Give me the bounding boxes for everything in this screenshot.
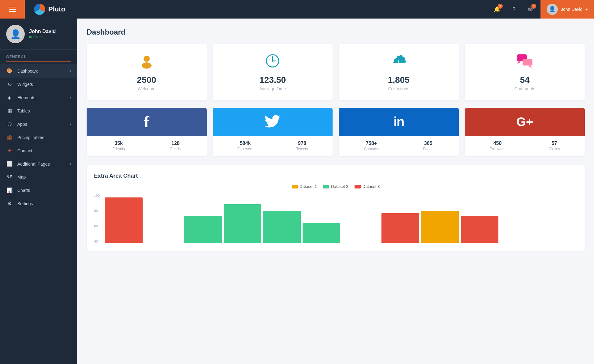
feeds-value: 128 <box>170 141 181 146</box>
status-dot-icon <box>29 36 32 38</box>
followers-value: 584k <box>237 141 253 146</box>
welcome-value: 2500 <box>137 75 156 85</box>
sidebar-profile: 👤 John David Online <box>0 19 77 50</box>
hamburger-icon <box>9 7 16 12</box>
legend-color-1 <box>292 185 298 188</box>
user-name: John David <box>561 7 583 12</box>
chart-bar <box>421 211 459 243</box>
gplus-followers-label: Followers <box>489 147 505 151</box>
y-label: 60 <box>94 224 100 228</box>
cloud-download-icon <box>391 53 407 71</box>
bar-group <box>105 197 143 243</box>
sidebar-item-label: Apps <box>17 122 65 127</box>
comments-label: Comments <box>514 86 535 91</box>
sidebar-item-tables[interactable]: ▦ Tables <box>0 104 77 117</box>
sidebar: 👤 John David Online General 🎨 Dashboard … <box>0 19 77 364</box>
elements-icon: ◈ <box>6 95 13 100</box>
bar-group <box>461 216 498 243</box>
gplus-circles: 57 Circles <box>549 141 560 151</box>
legend-dataset1: Dataset 1 <box>292 184 317 189</box>
sidebar-item-label: Map <box>17 175 71 180</box>
sidebar-item-widgets[interactable]: ⊙ Widgets <box>0 78 77 91</box>
help-button[interactable]: ? <box>507 2 521 16</box>
notifications-badge: 2 <box>498 4 503 9</box>
legend-label-3: Dataset 3 <box>363 184 380 189</box>
stat-card-welcome: 2500 Welcome <box>87 44 207 100</box>
welcome-label: Welcome <box>138 86 156 91</box>
help-icon: ? <box>512 6 515 13</box>
stat-card-collections: 1,805 Collections <box>339 44 459 100</box>
chart-bar <box>224 204 261 243</box>
sidebar-item-pricing-tables[interactable]: 💼 Pricing Tables <box>0 131 77 144</box>
sidebar-divider <box>6 61 71 62</box>
gplus-circles-label: Circles <box>549 147 560 151</box>
y-label: 100 <box>94 194 100 197</box>
sidebar-item-charts[interactable]: 📊 Charts <box>0 184 77 197</box>
map-icon: 🗺 <box>6 174 13 180</box>
twitter-icon <box>265 115 281 129</box>
chart-bar <box>105 197 143 243</box>
contacts-value: 758+ <box>364 141 379 146</box>
gplus-followers-value: 450 <box>489 141 505 146</box>
chevron-down-icon: ▾ <box>70 122 71 126</box>
sidebar-item-map[interactable]: 🗺 Map <box>0 171 77 184</box>
pages-icon: ⬜ <box>6 161 13 167</box>
legend-dataset2: Dataset 2 <box>323 184 348 189</box>
chart-legend: Dataset 1 Dataset 2 Dataset 3 <box>94 184 577 189</box>
googleplus-header: G+ <box>465 108 585 136</box>
layout: 👤 John David Online General 🎨 Dashboard … <box>0 19 594 364</box>
facebook-feeds: 128 Feeds <box>170 141 181 151</box>
sidebar-item-apps[interactable]: ⬡ Apps ▾ <box>0 117 77 131</box>
chevron-down-icon: ▾ <box>70 162 71 166</box>
avg-time-label: Average Time <box>259 86 286 91</box>
charts-icon: 📊 <box>6 187 13 193</box>
sidebar-item-additional-pages[interactable]: ⬜ Additional Pages ▾ <box>0 157 77 171</box>
chart-bar <box>303 223 340 243</box>
topbar: Pluto 🔔 2 ? ✉ 3 👤 John David ▾ <box>0 0 594 19</box>
legend-label-2: Dataset 2 <box>331 184 348 189</box>
social-cards-row: f 35k Friends 128 Feeds <box>87 108 585 156</box>
messages-button[interactable]: ✉ 3 <box>524 2 537 16</box>
gplus-circles-value: 57 <box>549 141 560 146</box>
legend-color-2 <box>323 185 329 188</box>
svg-point-1 <box>142 62 152 69</box>
palette-icon: 🎨 <box>6 68 13 74</box>
messages-badge: 3 <box>531 4 536 9</box>
sidebar-item-dashboard[interactable]: 🎨 Dashboard ▾ <box>0 64 77 78</box>
sidebar-avatar: 👤 <box>6 25 25 43</box>
sidebar-item-label: Pricing Tables <box>17 135 71 140</box>
topbar-right: 🔔 2 ? ✉ 3 👤 John David ▾ <box>490 0 594 19</box>
social-card-twitter: 584k Followers 978 Tweets <box>213 108 333 156</box>
hamburger-button[interactable] <box>0 0 25 19</box>
chart-y-labels: 40 60 80 100 <box>94 194 102 243</box>
y-label: 80 <box>94 209 100 213</box>
followers-label: Followers <box>237 147 253 151</box>
twitter-header <box>213 108 333 136</box>
bar-group <box>381 213 419 243</box>
facebook-header: f <box>87 108 207 136</box>
social-card-facebook: f 35k Friends 128 Feeds <box>87 108 207 156</box>
user-menu[interactable]: 👤 John David ▾ <box>540 0 594 19</box>
facebook-icon: f <box>144 113 149 131</box>
svg-marker-8 <box>517 61 521 64</box>
social-card-googleplus: G+ 450 Followers 57 Circles <box>465 108 585 156</box>
svg-marker-10 <box>528 66 532 68</box>
sidebar-item-label: Elements <box>17 95 65 100</box>
sidebar-item-contact[interactable]: ✈ Contact <box>0 144 77 157</box>
chart-section: Extra Area Chart Dataset 1 Dataset 2 Dat… <box>87 165 585 251</box>
bar-group <box>184 216 222 243</box>
comments-icon <box>516 53 533 71</box>
friends-label: Friends <box>113 147 125 151</box>
linkedin-feeds-label: Feeds <box>423 147 433 151</box>
clock-icon <box>265 53 280 71</box>
pricing-icon: 💼 <box>6 134 13 140</box>
legend-dataset3: Dataset 3 <box>355 184 380 189</box>
sidebar-status-text: Online <box>33 35 44 39</box>
sidebar-item-elements[interactable]: ◈ Elements ▾ <box>0 91 77 104</box>
apps-icon: ⬡ <box>6 121 13 127</box>
stat-cards-row: 2500 Welcome 123.50 Average Time <box>87 44 585 100</box>
notifications-button[interactable]: 🔔 2 <box>490 2 504 16</box>
avg-time-value: 123.50 <box>259 75 286 85</box>
legend-label-1: Dataset 1 <box>300 184 317 189</box>
sidebar-item-settings[interactable]: ⚙ Settings <box>0 197 77 210</box>
